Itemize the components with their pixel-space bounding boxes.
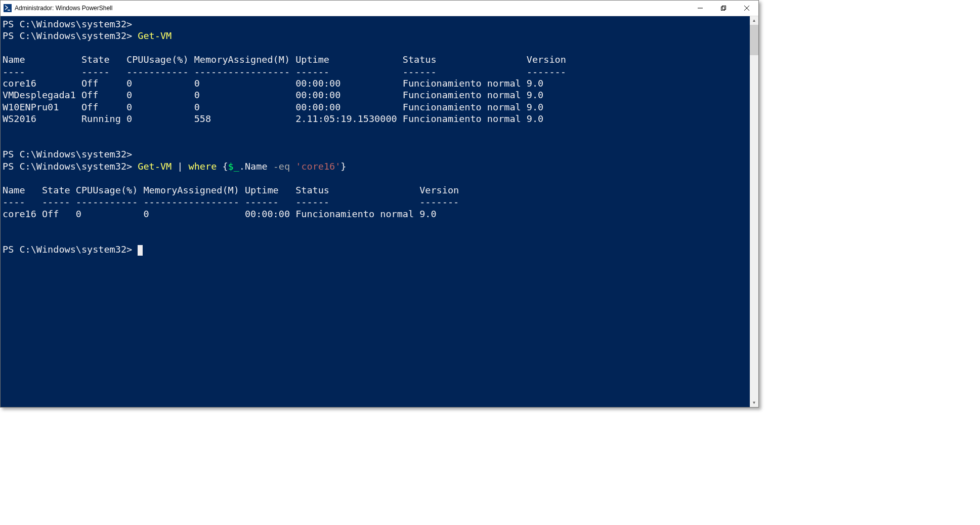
scroll-up-button[interactable]: ▲ <box>750 16 758 25</box>
terminal-output[interactable]: PS C:\Windows\system32> PS C:\Windows\sy… <box>1 16 750 407</box>
svg-rect-2 <box>721 7 725 11</box>
scroll-thumb[interactable] <box>750 25 758 55</box>
powershell-window: Administrador: Windows PowerShell PS C:\… <box>0 0 759 408</box>
titlebar[interactable]: Administrador: Windows PowerShell <box>1 1 758 16</box>
svg-rect-3 <box>722 6 726 10</box>
window-title: Administrador: Windows PowerShell <box>15 5 112 12</box>
maximize-button[interactable] <box>712 1 735 16</box>
scroll-down-button[interactable]: ▼ <box>750 398 758 407</box>
close-button[interactable] <box>735 1 758 16</box>
minimize-button[interactable] <box>689 1 712 16</box>
vertical-scrollbar[interactable]: ▲ ▼ <box>750 16 758 407</box>
powershell-icon <box>4 4 12 12</box>
scroll-track[interactable] <box>750 25 758 398</box>
